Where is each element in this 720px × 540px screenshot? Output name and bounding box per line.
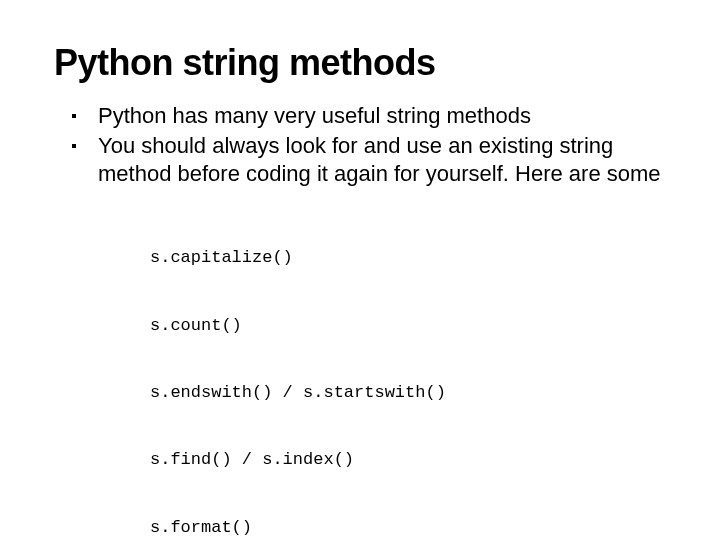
code-block: s.capitalize() s.count() s.endswith() / … (150, 202, 666, 540)
code-line: s.find() / s.index() (150, 449, 666, 471)
code-line: s.format() (150, 517, 666, 539)
slide-title: Python string methods (54, 42, 666, 84)
code-line: s.capitalize() (150, 247, 666, 269)
bullet-item: You should always look for and use an ex… (64, 132, 666, 188)
bullet-list: Python has many very useful string metho… (54, 102, 666, 188)
code-line: s.endswith() / s.startswith() (150, 382, 666, 404)
code-line: s.count() (150, 315, 666, 337)
bullet-item: Python has many very useful string metho… (64, 102, 666, 130)
slide: Python string methods Python has many ve… (0, 0, 720, 540)
